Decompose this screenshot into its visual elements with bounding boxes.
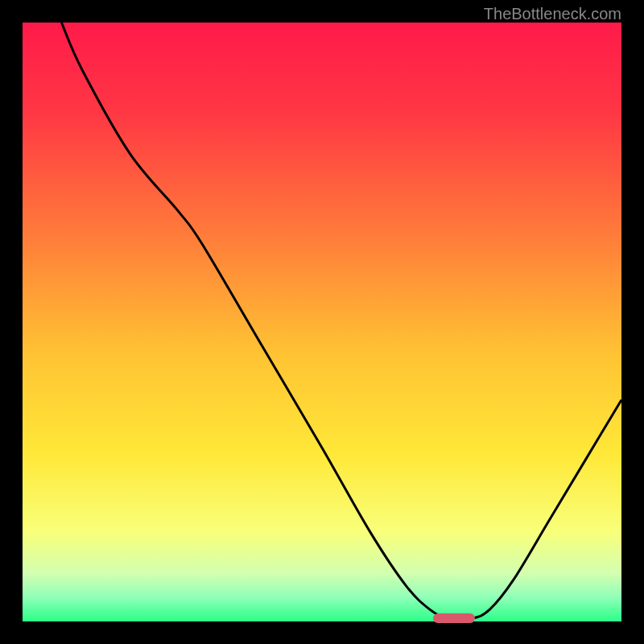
curve-layer (23, 23, 621, 621)
optimal-marker (433, 613, 475, 623)
bottleneck-curve (61, 23, 621, 620)
chart-area (23, 23, 621, 621)
watermark-label: TheBottleneck.com (484, 5, 621, 23)
